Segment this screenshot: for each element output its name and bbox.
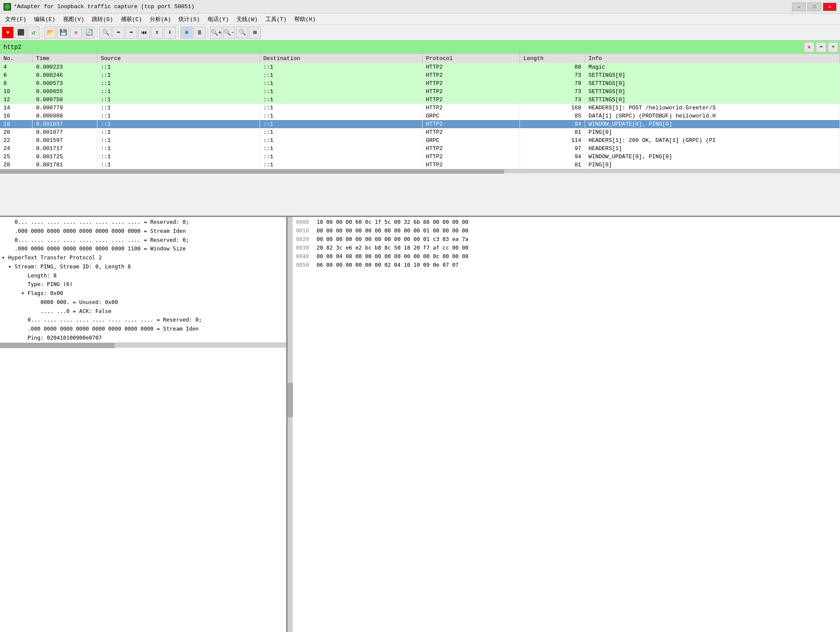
table-row[interactable]: 250.001725::1::1HTTP294WINDOW_UPDATE[0],…	[0, 153, 840, 161]
detail-line: 0... .... .... .... .... .... .... .... …	[0, 236, 286, 245]
toolbar-save[interactable]: 💾	[57, 27, 69, 39]
minimize-button[interactable]: —	[792, 3, 806, 11]
detail-line: 0... .... .... .... .... .... .... .... …	[0, 218, 286, 227]
toolbar-zoom-reset[interactable]: 🔍	[236, 27, 248, 39]
table-cell: GRPC	[422, 112, 520, 120]
detail-line: .000 0000 0000 0000 0000 0000 0000 1100 …	[0, 244, 286, 253]
byte-offset: 0050	[296, 261, 313, 269]
packet-details[interactable]: 0... .... .... .... .... .... .... .... …	[0, 217, 287, 632]
byte-row: 005006 00 00 00 00 00 00 02 04 10 10 09 …	[296, 261, 837, 269]
menu-go[interactable]: 跳转(G)	[88, 15, 116, 24]
table-cell: 85	[520, 112, 585, 120]
table-cell: 12	[0, 96, 33, 104]
table-cell: HEADERS[1]	[585, 144, 840, 153]
menu-telephony[interactable]: 电话(Y)	[204, 15, 232, 24]
menu-edit[interactable]: 编辑(E)	[30, 15, 58, 24]
packet-list-scrollbar[interactable]	[0, 169, 840, 173]
table-cell: 81	[520, 128, 585, 136]
byte-row: 001000 00 00 00 00 00 00 00 00 00 00 01 …	[296, 226, 837, 235]
table-row[interactable]: 160.000808::1::1GRPC85DATA[1] (GRPC) (PR…	[0, 112, 840, 120]
table-row[interactable]: 280.001781::1::1HTTP281PING[0]	[0, 161, 840, 169]
table-cell: 0.000779	[33, 104, 97, 112]
table-cell: 16	[0, 112, 33, 120]
toolbar-resize-columns[interactable]: ⊞	[249, 27, 261, 39]
table-row[interactable]: 240.001717::1::1HTTP297HEADERS[1]	[0, 144, 840, 153]
toolbar-stop-capture[interactable]: ⬛	[15, 27, 27, 39]
menu-analyze[interactable]: 分析(A)	[146, 15, 174, 24]
table-cell: ::1	[97, 120, 260, 128]
menu-file[interactable]: 文件(F)	[2, 15, 30, 24]
toolbar-start-capture[interactable]: ■	[2, 27, 14, 39]
table-cell: 0.000223	[33, 63, 97, 71]
menu-bar: 文件(F) 编辑(E) 视图(V) 跳转(G) 捕获(C) 分析(A) 统计(S…	[0, 14, 840, 25]
table-cell: ::1	[260, 96, 422, 104]
toolbar-sep-1	[42, 27, 42, 38]
table-cell: 6	[0, 71, 33, 79]
toolbar-open[interactable]: 📂	[44, 27, 56, 39]
svg-point-0	[5, 4, 10, 9]
toolbar-reload[interactable]: 🔄	[83, 27, 95, 39]
menu-capture[interactable]: 捕获(C)	[118, 15, 145, 24]
table-cell: ::1	[97, 144, 260, 153]
close-button[interactable]: ✕	[823, 3, 837, 11]
menu-statistics[interactable]: 统计(S)	[175, 15, 203, 24]
table-row[interactable]: 80.000573::1::1HTTP279SETTINGS[0]	[0, 79, 840, 87]
table-cell: HEADERS[1]: 200 OK, DATA[1] (GRPC) (PI	[585, 136, 840, 144]
table-cell: HTTP2	[422, 153, 520, 161]
toolbar-find[interactable]: 🔍	[100, 27, 112, 39]
filter-arrow-right[interactable]: ➡	[816, 42, 826, 52]
table-row[interactable]: 200.001077::1::1HTTP281PING[0]	[0, 128, 840, 136]
detail-line[interactable]: ▾ HyperText Transfer Protocol 2	[0, 253, 286, 262]
menu-view[interactable]: 视图(V)	[60, 15, 88, 24]
table-row[interactable]: 220.001597::1::1GRPC114HEADERS[1]: 200 O…	[0, 136, 840, 144]
menu-tools[interactable]: 工具(T)	[262, 15, 290, 24]
toolbar-last-down[interactable]: ⬇	[164, 27, 176, 39]
toolbar-zoom-in[interactable]: 🔍+	[210, 27, 222, 39]
packet-bytes[interactable]: 000018 00 00 00 60 0c 1f 5c 00 32 6b 80 …	[293, 217, 840, 632]
filter-add-btn[interactable]: +	[828, 42, 838, 52]
menu-wireless[interactable]: 无线(W)	[233, 15, 261, 24]
table-cell: WINDOW_UPDATE[0], PING[0]	[585, 120, 840, 128]
toolbar-first[interactable]: ⏮	[138, 27, 150, 39]
table-row[interactable]: 140.000779::1::1HTTP2168HEADERS[1]: POST…	[0, 104, 840, 112]
byte-row: 003020 82 3c e6 e2 bc b8 8c 50 18 20 f7 …	[296, 244, 837, 252]
detail-scrollbar-h[interactable]	[0, 343, 286, 348]
toolbar-colorize[interactable]: ≡	[181, 27, 193, 39]
table-cell: 79	[520, 79, 585, 87]
toolbar-autosize[interactable]: ≣	[193, 27, 205, 39]
table-cell: HTTP2	[422, 71, 520, 79]
menu-help[interactable]: 帮助(H)	[291, 15, 319, 24]
toolbar-next[interactable]: ➡	[125, 27, 137, 39]
filter-input[interactable]	[2, 43, 802, 51]
table-row[interactable]: 120.000750::1::1HTTP273SETTINGS[0]	[0, 96, 840, 104]
toolbar-zoom-out[interactable]: 🔍-	[223, 27, 235, 39]
table-row[interactable]: 60.000246::1::1HTTP273SETTINGS[0]	[0, 71, 840, 79]
toolbar-close[interactable]: ✕	[70, 27, 82, 39]
maximize-button[interactable]: □	[807, 3, 821, 11]
table-row[interactable]: 180.001037::1::1HTTP294WINDOW_UPDATE[0],…	[0, 120, 840, 128]
toolbar-restart-capture[interactable]: ↺	[27, 27, 39, 39]
table-cell: 0.001717	[33, 144, 97, 153]
detail-line: 0... .... .... .... .... .... .... .... …	[0, 316, 286, 325]
table-cell: HTTP2	[422, 96, 520, 104]
detail-line: .000 0000 0000 0000 0000 0000 0000 0000 …	[0, 325, 286, 334]
table-cell: 0.000750	[33, 96, 97, 104]
table-cell: ::1	[260, 144, 422, 153]
toolbar-prev[interactable]: ⬅	[112, 27, 124, 39]
filter-bar: ✕ ➡ +	[0, 40, 840, 54]
table-cell: 81	[520, 161, 585, 169]
table-cell: Magic	[585, 63, 840, 71]
table-cell: ::1	[260, 104, 422, 112]
filter-clear-btn[interactable]: ✕	[804, 42, 814, 52]
table-cell: 8	[0, 79, 33, 87]
app-icon	[3, 3, 11, 11]
table-row[interactable]: 40.000223::1::1HTTP288Magic	[0, 63, 840, 71]
byte-offset: 0020	[296, 235, 313, 244]
packet-list[interactable]: No. Time Source Destination Protocol Len…	[0, 54, 840, 217]
table-cell: 10	[0, 87, 33, 96]
table-row[interactable]: 100.000655::1::1HTTP273SETTINGS[0]	[0, 87, 840, 96]
table-cell: ::1	[260, 79, 422, 87]
toolbar-last-up[interactable]: ⬆	[151, 27, 163, 39]
table-cell: 25	[0, 153, 33, 161]
detail-scrollbar-v[interactable]	[287, 217, 293, 632]
